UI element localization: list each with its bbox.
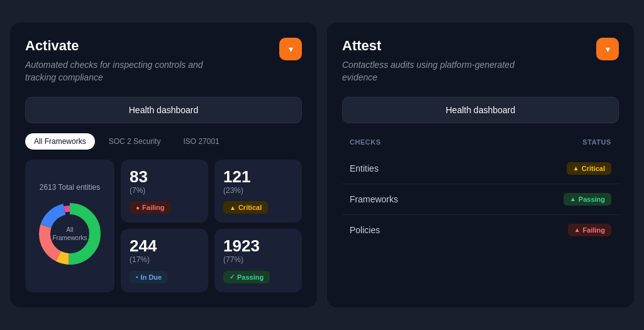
main-container: Activate Automated checks for inspecting… xyxy=(10,23,634,307)
stat-critical-number: 121 xyxy=(223,168,293,185)
table-row-frameworks: Frameworks ▲ Passing xyxy=(342,184,619,215)
entities-status-icon: ▲ xyxy=(573,165,579,172)
status-column-header: STATUS xyxy=(582,138,611,146)
attest-card: Attest Contactless audits using platform… xyxy=(327,23,634,307)
attest-header: Attest Contactless audits using platform… xyxy=(342,38,619,84)
table-row-policies: Policies ▲ Failing xyxy=(342,215,619,245)
activate-header: Activate Automated checks for inspecting… xyxy=(25,38,302,84)
frameworks-status-badge: ▲ Passing xyxy=(564,193,611,206)
policies-status-badge: ▲ Failing xyxy=(568,224,611,236)
chevron-down-icon: ▾ xyxy=(606,44,610,54)
failing-icon: ● xyxy=(136,204,140,211)
attest-title: Attest xyxy=(342,38,619,54)
activate-expand-button[interactable]: ▾ xyxy=(279,38,302,60)
checks-column-header: CHECKS xyxy=(350,138,381,146)
checks-table: CHECKS STATUS Entities ▲ Critical Framew… xyxy=(342,133,619,245)
stat-passing-percent: (77%) xyxy=(223,255,293,264)
indue-icon: ▪ xyxy=(136,273,138,280)
tab-all-frameworks[interactable]: All Frameworks xyxy=(25,133,95,150)
critical-icon: ▲ xyxy=(230,204,236,211)
badge-indue: ▪ In Due xyxy=(130,271,168,283)
stat-critical-percent: (23%) xyxy=(223,186,293,195)
frameworks-status-icon: ▲ xyxy=(570,195,576,202)
entities-label: Entities xyxy=(350,163,379,173)
donut-chart: All Frameworks xyxy=(35,199,104,268)
passing-icon: ✓ xyxy=(230,273,235,280)
table-header-row: CHECKS STATUS xyxy=(342,133,619,151)
stat-passing-number: 1923 xyxy=(223,238,293,254)
badge-failing: ● Failing xyxy=(130,201,171,214)
stat-indue-number: 244 xyxy=(130,238,199,254)
stat-indue-percent: (17%) xyxy=(130,255,199,264)
activate-health-dashboard-button[interactable]: Health dashboard xyxy=(25,97,302,123)
attest-expand-button[interactable]: ▾ xyxy=(596,38,619,60)
frameworks-label: Frameworks xyxy=(350,194,398,204)
entities-card: 2613 Total entities xyxy=(25,160,114,292)
stat-failing-percent: (7%) xyxy=(130,186,199,195)
attest-subtitle: Contactless audits using platform-genera… xyxy=(342,59,543,84)
activate-card: Activate Automated checks for inspecting… xyxy=(10,23,317,307)
frameworks-tabs: All Frameworks SOC 2 Security ISO 27001 xyxy=(25,133,302,150)
badge-passing: ✓ Passing xyxy=(223,271,270,283)
stat-failing-card: 83 (7%) ● Failing xyxy=(121,160,208,223)
attest-health-dashboard-button[interactable]: Health dashboard xyxy=(342,97,619,123)
policies-status-icon: ▲ xyxy=(574,226,580,233)
tab-soc2-security[interactable]: SOC 2 Security xyxy=(100,133,170,150)
stats-grid: 2613 Total entities xyxy=(25,160,302,292)
stat-critical-card: 121 (23%) ▲ Critical xyxy=(214,160,302,223)
stat-indue-card: 244 (17%) ▪ In Due xyxy=(121,229,208,292)
activate-subtitle: Automated checks for inspecting controls… xyxy=(25,59,226,84)
badge-critical: ▲ Critical xyxy=(223,201,268,214)
chevron-down-icon: ▾ xyxy=(289,44,293,54)
entities-total-label: 2613 Total entities xyxy=(40,183,101,192)
entities-status-badge: ▲ Critical xyxy=(567,162,611,175)
stat-failing-number: 83 xyxy=(130,168,199,185)
tab-iso27001[interactable]: ISO 27001 xyxy=(174,133,228,150)
donut-center-label: All Frameworks xyxy=(52,226,87,242)
table-row-entities: Entities ▲ Critical xyxy=(342,153,619,184)
stat-passing-card: 1923 (77%) ✓ Passing xyxy=(214,229,302,292)
policies-label: Policies xyxy=(350,225,380,235)
activate-title: Activate xyxy=(25,38,302,54)
